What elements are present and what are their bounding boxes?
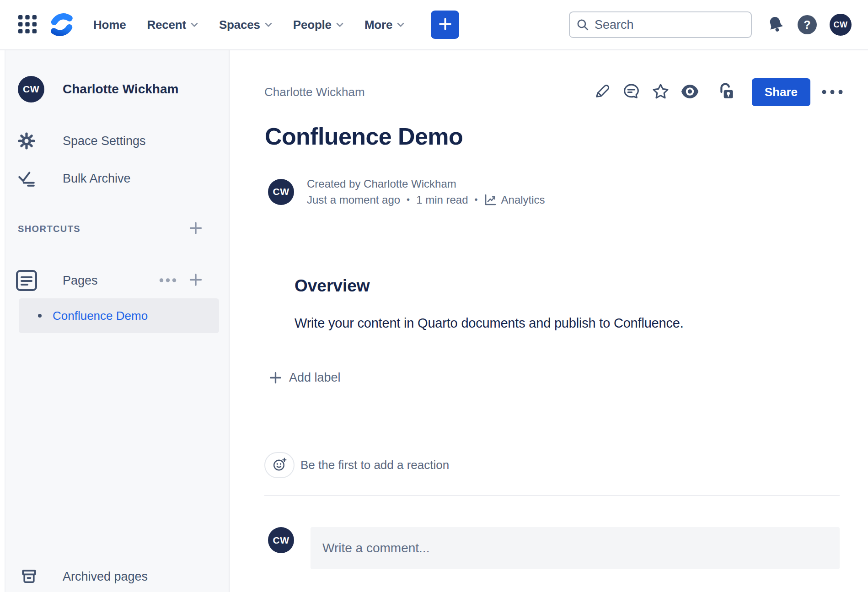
nav-item-spaces[interactable]: Spaces [219, 18, 272, 32]
add-reaction-button[interactable] [264, 452, 295, 478]
comment-button[interactable] [621, 81, 642, 102]
reaction-prompt: Be the first to add a reaction [300, 458, 449, 472]
comment-input[interactable]: Write a comment... [311, 527, 840, 569]
ellipsis-icon [159, 277, 177, 284]
create-button[interactable] [431, 11, 459, 39]
nav-item-more[interactable]: More [364, 18, 404, 32]
help-icon: ? [804, 18, 810, 32]
sidebar-item-label: Space Settings [63, 134, 146, 148]
chevron-down-icon [397, 22, 404, 27]
primary-navigation: Home Recent Spaces People More [93, 18, 425, 32]
unlock-icon [718, 82, 735, 102]
sidebar-item-archived-pages[interactable]: Archived pages [5, 565, 229, 588]
bell-icon [766, 15, 785, 35]
chevron-down-icon [265, 22, 272, 27]
add-label-text: Add label [289, 371, 341, 385]
archived-pages-label: Archived pages [63, 570, 148, 584]
space-avatar-initials: CW [23, 84, 39, 95]
search-icon [576, 18, 589, 31]
chevron-down-icon [336, 22, 343, 27]
share-button-label: Share [765, 85, 798, 99]
plus-icon [188, 273, 203, 289]
plus-icon [438, 17, 452, 32]
smiley-add-reaction-icon [272, 457, 287, 474]
timestamp: Just a moment ago [307, 192, 400, 208]
chevron-down-icon [191, 22, 198, 27]
watch-button[interactable] [680, 81, 701, 102]
edit-button[interactable] [592, 81, 613, 102]
user-avatar[interactable]: CW [830, 14, 852, 36]
nav-item-people[interactable]: People [293, 18, 343, 32]
comment-section: CW Write a comment... [268, 527, 840, 569]
created-by: Created by Charlotte Wickham [307, 176, 545, 192]
commenter-avatar: CW [268, 527, 294, 553]
user-avatar-initials: CW [834, 20, 848, 30]
breadcrumb[interactable]: Charlotte Wickham [264, 84, 365, 100]
share-button[interactable]: Share [752, 78, 810, 106]
search-input[interactable] [595, 18, 756, 32]
page-more-button[interactable] [820, 81, 844, 102]
plus-icon [188, 221, 203, 237]
gear-icon [16, 132, 38, 150]
plus-icon [269, 371, 282, 384]
add-label-button[interactable]: Add label [269, 371, 341, 385]
more-icon [822, 89, 843, 96]
separator-dot [407, 192, 410, 208]
nav-more-label: More [364, 18, 392, 32]
pages-tree-header[interactable]: Pages [5, 268, 229, 293]
sidebar-collapse-rail[interactable] [0, 50, 5, 592]
page-actions: Share [584, 78, 844, 106]
bullet-icon [38, 314, 42, 318]
help-button[interactable]: ? [798, 15, 817, 34]
space-name[interactable]: Charlotte Wickham [63, 82, 178, 97]
confluence-logo[interactable] [48, 12, 75, 38]
search-box [569, 11, 752, 38]
commenter-avatar-initials: CW [273, 535, 289, 546]
body-paragraph: Write your content in Quarto documents a… [295, 316, 684, 331]
nav-home-label: Home [93, 18, 126, 32]
archive-box-icon [21, 568, 38, 585]
byline-text: Created by Charlotte Wickham Just a mome… [307, 176, 545, 208]
sidebar-item-label: Bulk Archive [63, 172, 131, 186]
app-switcher-button[interactable] [17, 15, 38, 35]
eye-icon [680, 84, 699, 101]
nav-spaces-label: Spaces [219, 18, 260, 32]
pages-icon [15, 269, 38, 292]
analytics-icon [484, 194, 497, 206]
add-page-button[interactable] [188, 273, 203, 289]
page-tree-item-selected[interactable]: Confluence Demo [19, 298, 219, 333]
shortcuts-section-header: SHORTCUTS [5, 219, 229, 239]
space-sidebar: CW Charlotte Wickham Space Settings [5, 50, 230, 592]
comment-bubble-icon [622, 82, 640, 102]
add-shortcut-button[interactable] [188, 221, 203, 237]
app-body: CW Charlotte Wickham Space Settings [0, 50, 868, 592]
sidebar-item-bulk-archive[interactable]: Bulk Archive [5, 166, 229, 191]
nav-people-label: People [293, 18, 332, 32]
top-nav-bar: Home Recent Spaces People More [0, 0, 868, 50]
byline: CW Created by Charlotte Wickham Just a m… [268, 176, 545, 208]
analytics-label: Analytics [501, 192, 545, 208]
analytics-link[interactable]: Analytics [484, 192, 545, 208]
pages-more-button[interactable] [159, 277, 177, 284]
shortcuts-heading: SHORTCUTS [18, 224, 80, 234]
notifications-button[interactable] [766, 15, 785, 35]
pencil-icon [594, 83, 611, 101]
page-content: Charlotte Wickham [230, 50, 868, 592]
bulk-archive-icon [16, 170, 38, 187]
nav-item-recent[interactable]: Recent [147, 18, 198, 32]
section-heading: Overview [295, 276, 370, 296]
favorite-button[interactable] [650, 81, 671, 102]
author-avatar: CW [268, 179, 294, 205]
app-grid-icon [18, 15, 37, 35]
restrictions-button[interactable] [716, 81, 737, 102]
nav-item-home[interactable]: Home [93, 18, 126, 32]
confluence-app: Home Recent Spaces People More [0, 0, 868, 593]
nav-recent-label: Recent [147, 18, 186, 32]
author-avatar-initials: CW [273, 186, 289, 197]
star-icon [652, 82, 670, 102]
reactions: Be the first to add a reaction [264, 452, 449, 478]
page-tree-item-label: Confluence Demo [53, 309, 148, 323]
space-header: CW Charlotte Wickham [18, 76, 178, 102]
page-title: Confluence Demo [265, 123, 463, 150]
sidebar-item-space-settings[interactable]: Space Settings [5, 128, 229, 154]
